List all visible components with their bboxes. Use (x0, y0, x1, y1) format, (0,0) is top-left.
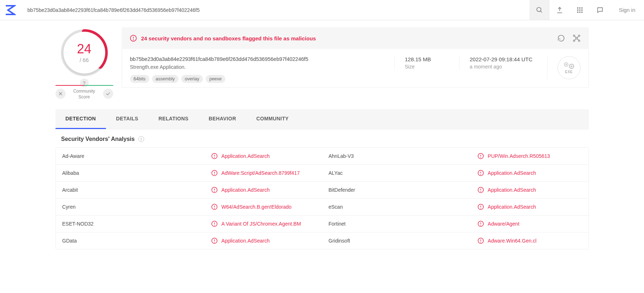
vendor-name: BitDefender (322, 182, 471, 198)
score-gauge: 24 / 66 (59, 27, 110, 78)
svg-point-51 (214, 208, 215, 209)
alert-text: 24 security vendors and no sandboxes fla… (141, 35, 557, 41)
detection-icon (478, 187, 484, 193)
file-hash: bb75be23d0a3ab84e2293f61fca84b789e6f263d… (130, 56, 380, 62)
svg-point-39 (214, 174, 215, 175)
file-tags: 64bitsassemblyoverlaypeexe (130, 75, 380, 83)
detection-icon (478, 237, 484, 244)
svg-point-45 (214, 191, 215, 192)
vendor-result: Application.AdSearch (471, 182, 588, 198)
vendor-name: Gridinsoft (322, 232, 471, 249)
score-detected: 24 (77, 43, 91, 56)
check-icon (106, 91, 111, 96)
svg-line-25 (574, 39, 576, 40)
svg-point-48 (481, 191, 481, 192)
svg-point-63 (214, 242, 215, 243)
file-size-label: Size (405, 64, 445, 70)
tab-detection[interactable]: DETECTION (55, 109, 106, 129)
svg-point-60 (481, 225, 481, 226)
apps-button[interactable] (570, 0, 590, 20)
detection-icon (478, 204, 484, 210)
detection-icon (478, 170, 484, 176)
detection-icon (211, 153, 218, 159)
svg-rect-2 (577, 7, 578, 8)
file-size-value: 128.15 MB (405, 56, 445, 62)
detection-icon (211, 170, 218, 176)
vendor-name: AhnLab-V3 (322, 148, 471, 164)
svg-line-1 (541, 11, 542, 12)
svg-rect-9 (579, 12, 580, 13)
file-tag[interactable]: 64bits (130, 75, 149, 83)
score-total: / 66 (80, 57, 89, 63)
info-icon[interactable]: i (138, 136, 144, 142)
vendor-name: GData (56, 232, 205, 249)
tab-details[interactable]: DETAILS (106, 109, 148, 129)
vendor-row: AlibabaAdWare:Script/AdSearch.8799f417AL… (56, 164, 589, 181)
community-help-icon[interactable]: ? (80, 79, 89, 87)
detection-icon (211, 204, 218, 210)
search-input[interactable] (27, 7, 522, 13)
tab-community[interactable]: COMMUNITY (246, 109, 299, 129)
svg-point-33 (214, 157, 215, 158)
community-score: ? Community Score (55, 85, 113, 100)
vendor-name: Arcabit (56, 182, 205, 198)
grid-icon (576, 6, 583, 14)
vendor-name: eScan (322, 199, 471, 215)
community-score-label: Community Score (66, 89, 103, 100)
file-tag[interactable]: overlay (181, 75, 203, 83)
tab-relations[interactable]: RELATIONS (148, 109, 199, 129)
vote-up-button[interactable] (103, 89, 113, 99)
comment-icon (596, 6, 604, 14)
svg-line-24 (577, 36, 579, 38)
vendor-result: Application.AdSearch (471, 165, 588, 181)
reanalyze-button[interactable] (557, 34, 565, 43)
svg-point-42 (481, 174, 481, 175)
svg-point-0 (537, 7, 541, 12)
vote-down-button[interactable] (55, 89, 66, 99)
file-size-block: 128.15 MB Size (394, 56, 445, 70)
vendor-result: Adware/Agent (471, 216, 588, 232)
svg-point-36 (481, 157, 481, 158)
logo-icon (4, 4, 16, 16)
section-title: Security Vendors' Analysis (61, 136, 135, 142)
upload-icon (556, 6, 563, 14)
file-info: bb75be23d0a3ab84e2293f61fca84b789e6f263d… (122, 49, 589, 88)
search-button[interactable] (529, 0, 550, 20)
logo[interactable] (0, 0, 20, 20)
vendor-result: AdWare:Script/AdSearch.8799f417 (205, 165, 322, 181)
signin-link[interactable]: Sign in (610, 0, 644, 20)
file-name: Strength.exe Application. (130, 64, 380, 70)
detection-icon (478, 221, 484, 227)
vendor-result: Application.AdSearch (471, 199, 588, 215)
vendor-name: ESET-NOD32 (56, 216, 205, 232)
file-time-label: a moment ago (470, 64, 532, 70)
vendor-result: Application.AdSearch (205, 232, 322, 249)
tab-behavior[interactable]: BEHAVIOR (199, 109, 246, 129)
upload-button[interactable] (550, 0, 570, 20)
svg-point-19 (578, 35, 580, 36)
svg-point-22 (576, 37, 577, 39)
file-tag[interactable]: peexe (206, 75, 225, 83)
comment-button[interactable] (590, 0, 610, 20)
vendor-result: Application.AdSearch (205, 148, 322, 164)
vendor-result: Application.AdSearch (205, 182, 322, 198)
vendor-result: A Variant Of JS/Chromex.Agent.BM (205, 216, 322, 232)
malicious-alert: 24 security vendors and no sandboxes fla… (122, 27, 589, 49)
svg-rect-7 (581, 9, 582, 10)
file-tag[interactable]: assembly (152, 75, 178, 83)
svg-point-17 (133, 40, 133, 40)
detection-icon (211, 221, 218, 227)
search-icon (536, 6, 543, 14)
search-field-wrap (20, 0, 529, 20)
svg-rect-5 (577, 9, 578, 10)
close-icon (58, 91, 63, 96)
tabs: DETECTIONDETAILSRELATIONSBEHAVIORCOMMUNI… (55, 109, 589, 129)
vendor-name: Alibaba (56, 165, 205, 181)
file-type-block: EXE (547, 56, 581, 79)
vendor-table: Ad-AwareApplication.AdSearchAhnLab-V3PUP… (55, 147, 589, 249)
svg-line-26 (577, 39, 579, 40)
graph-button[interactable] (572, 34, 581, 43)
svg-rect-8 (577, 12, 578, 13)
vendor-result: W64/AdSearch.B.gen!Eldorado (205, 199, 322, 215)
community-bar (55, 85, 113, 86)
